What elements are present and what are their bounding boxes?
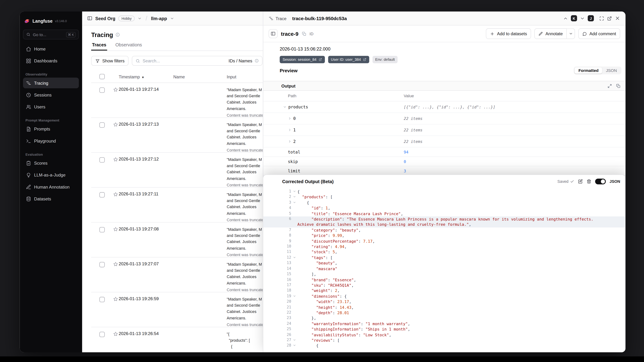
star-icon[interactable] [112, 157, 119, 162]
row-checkbox[interactable] [100, 88, 105, 93]
sidebar-item-playground[interactable]: Playground [23, 136, 79, 146]
star-icon[interactable] [112, 192, 119, 197]
sidebar-item-prompts[interactable]: Prompts [23, 124, 79, 134]
search-icon [26, 32, 30, 36]
annotate-button[interactable]: Annotate [534, 28, 567, 39]
output-row[interactable]: products[{"id": ...}, {"id": ...}, {"id"… [263, 101, 626, 113]
fold-chevron-icon[interactable] [291, 200, 297, 204]
goto-search[interactable]: Go to... ⌘ K [23, 30, 79, 39]
column-timestamp[interactable]: Timestamp▼ [119, 74, 173, 79]
sidebar-item-users[interactable]: Users [23, 101, 79, 112]
org-selector[interactable]: Seed Org [95, 16, 116, 21]
sidebar-item-llm-as-a-judge[interactable]: LLM-as-a-Judge [23, 170, 79, 180]
edit-icon[interactable] [578, 179, 583, 184]
json-toggle[interactable] [595, 178, 606, 184]
fold-chevron-icon[interactable] [291, 189, 297, 193]
search-input[interactable] [142, 58, 226, 63]
sidebar-item-dashboards[interactable]: Dashboards [23, 55, 79, 66]
select-all-checkbox[interactable] [100, 74, 105, 79]
tab-traces[interactable]: Traces [91, 42, 107, 50]
sidebar-item-human-annotation[interactable]: Human Annotation [23, 182, 79, 192]
search-scope[interactable]: IDs / Names [228, 58, 252, 63]
fold-chevron-icon[interactable] [291, 343, 297, 347]
annotate-dropdown-button[interactable] [567, 28, 575, 39]
chevron-right-icon[interactable] [288, 140, 292, 144]
output-row[interactable]: 122 items [263, 124, 626, 136]
close-icon[interactable] [615, 16, 620, 21]
sidebar-header: Langfuse v3.146.0 [24, 15, 78, 27]
prev-trace-button[interactable] [563, 16, 568, 21]
sidebar-item-datasets[interactable]: Datasets [23, 194, 79, 204]
chevron-down-icon [569, 32, 573, 36]
star-icon[interactable] [112, 332, 119, 337]
fold-chevron-icon[interactable] [291, 255, 297, 259]
sidebar-item-label: Users [34, 104, 46, 109]
tab-preview[interactable]: Preview [280, 68, 298, 73]
fold-chevron-icon[interactable] [291, 294, 297, 298]
line-number: 22 [282, 310, 291, 316]
chevron-down-icon[interactable] [138, 16, 142, 20]
chevron-down-icon[interactable] [170, 16, 174, 20]
info-icon[interactable] [255, 59, 259, 63]
info-icon[interactable] [116, 32, 120, 37]
output-row[interactable]: 022 items [263, 113, 626, 124]
expand-output-icon[interactable] [608, 84, 612, 88]
fold-gutter [291, 211, 297, 212]
row-checkbox[interactable] [100, 262, 105, 267]
dashboards-icon [26, 58, 31, 64]
fold-chevron-icon[interactable] [291, 338, 297, 342]
sidebar-item-scores[interactable]: Scores [23, 158, 79, 168]
row-checkbox[interactable] [100, 157, 105, 163]
row-checkbox[interactable] [100, 122, 105, 128]
row-checkbox[interactable] [100, 297, 105, 302]
brand-name: Langfuse [32, 18, 52, 23]
open-in-new-icon[interactable] [607, 16, 612, 21]
delete-icon[interactable] [586, 179, 591, 184]
sidebar-toggle-icon[interactable] [87, 16, 92, 21]
sidebar-item-sessions[interactable]: Sessions [23, 90, 79, 100]
star-icon[interactable] [112, 296, 119, 302]
project-selector[interactable]: llm-app [151, 16, 167, 21]
code-line: 15 ], [263, 272, 625, 277]
add-to-datasets-button[interactable]: Add to datasets [486, 28, 531, 39]
star-icon[interactable] [112, 227, 119, 232]
tree-toggle-button[interactable] [268, 29, 278, 38]
show-filters-button[interactable]: Show filters [91, 56, 129, 66]
column-name[interactable]: Name [173, 74, 227, 79]
user-badge[interactable]: User ID: user_384 [328, 56, 369, 63]
home-icon [26, 46, 31, 52]
line-number: 25 [282, 326, 291, 332]
add-comment-button[interactable]: Add comment [578, 28, 620, 39]
fold-chevron-icon[interactable] [291, 194, 297, 198]
copy-id-icon[interactable] [302, 32, 306, 36]
sidebar-item-home[interactable]: Home [23, 44, 79, 54]
output-table-header: Path Value [263, 91, 626, 101]
format-json[interactable]: JSON [602, 68, 621, 74]
chevron-down-icon[interactable] [283, 105, 287, 109]
output-rows: products[{"id": ...}, {"id": ...}, {"id"… [263, 101, 626, 176]
row-checkbox[interactable] [100, 227, 105, 232]
row-checkbox[interactable] [100, 332, 105, 337]
expand-icon[interactable] [599, 16, 604, 21]
app-window: Langfuse v3.146.0 Go to... ⌘ K HomeDashb… [20, 12, 626, 352]
nav-section-label: Observability [20, 68, 82, 78]
star-icon[interactable] [112, 122, 119, 127]
copy-output-icon[interactable] [616, 84, 621, 88]
tab-observations[interactable]: Observations [114, 42, 143, 50]
json-editor[interactable]: 1{2 "products": [3 {4 "id": 1,5 "title":… [263, 188, 625, 352]
next-trace-button[interactable] [580, 16, 585, 21]
chevron-right-icon[interactable] [288, 128, 292, 132]
output-section-header: Output [263, 81, 626, 91]
sidebar-item-tracing[interactable]: Tracing [23, 78, 79, 88]
output-row[interactable]: 222 items [263, 136, 626, 148]
line-number: 17 [282, 282, 291, 288]
row-timestamp: 2026-01-13 19:26:59 [119, 296, 173, 301]
star-icon[interactable] [112, 87, 119, 92]
row-checkbox[interactable] [100, 192, 105, 198]
session-badge[interactable]: Session: session_84 [280, 56, 325, 63]
star-icon[interactable] [112, 262, 119, 267]
code-line: 13 "beauty", [263, 260, 625, 266]
nav-section-label: Evaluation [20, 148, 82, 158]
format-formatted[interactable]: Formatted [575, 68, 602, 74]
chevron-right-icon[interactable] [288, 117, 292, 120]
